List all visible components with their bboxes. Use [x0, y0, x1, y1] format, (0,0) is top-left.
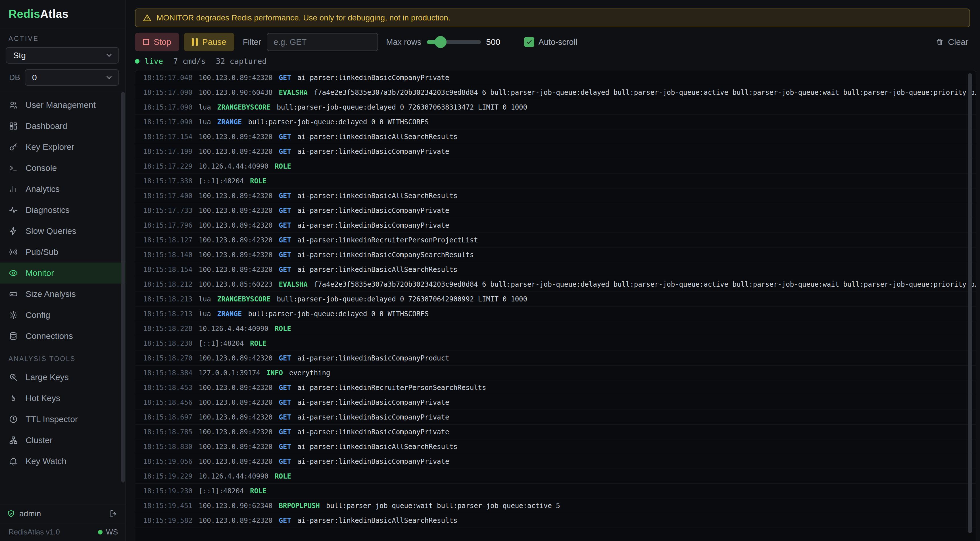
- live-dot: [135, 59, 140, 63]
- log-row[interactable]: 18:15:18.384 127.0.0.1:39174 INFO everyt…: [135, 366, 976, 380]
- log-row[interactable]: 18:15:17.154 100.123.0.89:42320 GET ai-p…: [135, 129, 976, 144]
- bell-icon: [8, 457, 18, 466]
- filter-label: Filter: [243, 38, 261, 47]
- log-row[interactable]: 18:15:17.400 100.123.0.89:42320 GET ai-p…: [135, 189, 976, 203]
- sidebar-scrollbar[interactable]: [121, 92, 125, 482]
- sidebar-item-large-keys[interactable]: Large Keys: [0, 367, 125, 388]
- sidebar-item-size-analysis[interactable]: Size Analysis: [0, 284, 125, 305]
- sidebar-item-config[interactable]: Config: [0, 305, 125, 325]
- log-row[interactable]: 18:15:18.213 lua ZRANGE bull:parser-job-…: [135, 306, 976, 321]
- sidebar-item-user-management[interactable]: User Management: [0, 95, 125, 116]
- log-row[interactable]: 18:15:17.733 100.123.0.89:42320 GET ai-p…: [135, 203, 976, 218]
- sidebar-item-key-explorer[interactable]: Key Explorer: [0, 136, 125, 157]
- log-timestamp: 18:15:18.230: [143, 340, 192, 347]
- log-row[interactable]: 18:15:18.230 [::1]:48204 ROLE: [135, 336, 976, 351]
- log-command: GET: [278, 251, 291, 259]
- log-timestamp: 18:15:17.090: [143, 103, 192, 111]
- log-row[interactable]: 18:15:17.229 10.126.4.44:40990 ROLE: [135, 159, 976, 174]
- pause-button[interactable]: Pause: [184, 33, 234, 51]
- log-row[interactable]: 18:15:17.090 100.123.0.90:60438 EVALSHA …: [135, 85, 976, 100]
- broadcast-icon: [8, 247, 18, 257]
- log-row[interactable]: 18:15:18.697 100.123.0.89:42320 GET ai-p…: [135, 410, 976, 425]
- autoscroll-checkbox[interactable]: [524, 37, 534, 47]
- log-timestamp: 18:15:19.056: [143, 458, 192, 465]
- max-rows-slider[interactable]: [427, 40, 481, 44]
- log-client: 100.123.0.89:42320: [199, 133, 272, 141]
- sidebar-item-label: User Management: [25, 100, 96, 110]
- log-row[interactable]: 18:15:17.090 lua ZRANGEBYSCORE bull:pars…: [135, 100, 976, 115]
- log-row[interactable]: 18:15:17.199 100.123.0.89:42320 GET ai-p…: [135, 144, 976, 159]
- clear-button[interactable]: Clear: [935, 37, 968, 47]
- sidebar-nav: User Management Dashboard Key Explorer: [0, 95, 125, 347]
- log-command: GET: [278, 236, 291, 244]
- log-row[interactable]: 18:15:17.048 100.123.0.89:42320 GET ai-p…: [135, 70, 976, 85]
- db-row: DB 0: [6, 69, 119, 86]
- sidebar-item-diagnostics[interactable]: Diagnostics: [0, 200, 125, 221]
- sidebar-item-analytics[interactable]: Analytics: [0, 179, 125, 200]
- log-row[interactable]: 18:15:18.140 100.123.0.89:42320 GET ai-p…: [135, 247, 976, 262]
- log-row[interactable]: 18:15:18.453 100.123.0.89:42320 GET ai-p…: [135, 380, 976, 395]
- sidebar-item-hot-keys[interactable]: Hot Keys: [0, 388, 125, 409]
- sidebar-item-cluster[interactable]: Cluster: [0, 430, 125, 451]
- log-row[interactable]: 18:15:18.785 100.123.0.89:42320 GET ai-p…: [135, 425, 976, 439]
- autoscroll-label: Auto-scroll: [538, 38, 577, 47]
- flame-icon: [8, 393, 18, 403]
- stop-button[interactable]: Stop: [135, 33, 179, 51]
- log-args: ai-parser:linkedinBasicCompanyProduct: [298, 354, 449, 362]
- log-row[interactable]: 18:15:18.456 100.123.0.89:42320 GET ai-p…: [135, 395, 976, 410]
- sidebar-item-monitor[interactable]: Monitor: [0, 263, 125, 284]
- log-row[interactable]: 18:15:18.270 100.123.0.89:42320 GET ai-p…: [135, 351, 976, 366]
- log-row[interactable]: 18:15:18.228 10.126.4.44:40990 ROLE: [135, 321, 976, 336]
- log-row[interactable]: 18:15:18.212 100.123.0.85:60223 EVALSHA …: [135, 277, 976, 292]
- log-client: 100.123.0.89:42320: [199, 458, 272, 465]
- sidebar-item-key-watch[interactable]: Key Watch: [0, 451, 125, 472]
- sidebar-item-label: Large Keys: [25, 373, 69, 382]
- log-row[interactable]: 18:15:17.338 [::1]:48204 ROLE: [135, 174, 976, 189]
- log-row[interactable]: 18:15:17.090 lua ZRANGE bull:parser-job-…: [135, 115, 976, 129]
- log-command: ZRANGE: [217, 310, 242, 318]
- log-scrollbar[interactable]: [968, 73, 972, 533]
- log-row[interactable]: 18:15:19.451 100.123.0.90:62340 BRPOPLPU…: [135, 498, 976, 513]
- log-command: GET: [278, 133, 291, 141]
- log-client: 100.123.0.89:42320: [199, 192, 272, 200]
- log-timestamp: 18:15:18.213: [143, 310, 192, 318]
- key-icon: [8, 142, 18, 152]
- log-args: bull:parser-job-queue:wait bull:parser-j…: [326, 502, 560, 510]
- log-row[interactable]: 18:15:17.796 100.123.0.89:42320 GET ai-p…: [135, 218, 976, 233]
- sidebar-item-console[interactable]: Console: [0, 157, 125, 179]
- sidebar-item-pubsub[interactable]: Pub/Sub: [0, 241, 125, 263]
- log-client: 100.123.0.85:60223: [199, 281, 272, 289]
- environment-select[interactable]: Stg: [6, 47, 119, 63]
- log-row[interactable]: 18:15:19.230 [::1]:48204 ROLE: [135, 484, 976, 498]
- log-client: 100.123.0.89:42320: [199, 413, 272, 421]
- log-args: bull:parser-job-queue:delayed 0 72638706…: [277, 103, 527, 111]
- log-args: ai-parser:linkedinBasicCompanyPrivate: [298, 221, 449, 229]
- filter-input[interactable]: [267, 33, 378, 51]
- log-row[interactable]: 18:15:19.582 100.123.0.89:42320 GET ai-p…: [135, 513, 976, 528]
- log-row[interactable]: 18:15:18.154 100.123.0.89:42320 GET ai-p…: [135, 262, 976, 277]
- db-select[interactable]: 0: [25, 69, 119, 86]
- log-timestamp: 18:15:17.338: [143, 177, 192, 185]
- log-row[interactable]: 18:15:18.213 lua ZRANGEBYSCORE bull:pars…: [135, 292, 976, 306]
- log-row[interactable]: 18:15:19.229 10.126.4.44:40990 ROLE: [135, 469, 976, 484]
- log-args: everything: [289, 369, 330, 377]
- max-rows-slider-thumb[interactable]: [434, 36, 447, 48]
- log-row[interactable]: 18:15:18.830 100.123.0.89:42320 GET ai-p…: [135, 439, 976, 454]
- log-client: 100.123.0.89:42320: [199, 266, 272, 274]
- pause-button-label: Pause: [202, 37, 226, 47]
- max-rows-value: 500: [486, 37, 500, 47]
- sidebar-item-dashboard[interactable]: Dashboard: [0, 116, 125, 136]
- logout-icon[interactable]: [109, 509, 118, 518]
- log-command: GET: [278, 428, 291, 436]
- log-row[interactable]: 18:15:19.056 100.123.0.89:42320 GET ai-p…: [135, 454, 976, 469]
- log-command: ROLE: [275, 162, 291, 170]
- log-timestamp: 18:15:19.230: [143, 487, 192, 495]
- sidebar-item-label: Hot Keys: [25, 393, 60, 403]
- log-timestamp: 18:15:17.090: [143, 118, 192, 126]
- sidebar-item-connections[interactable]: Connections: [0, 325, 125, 347]
- sidebar-item-slow-queries[interactable]: Slow Queries: [0, 221, 125, 241]
- sidebar-item-ttl-inspector[interactable]: TTL Inspector: [0, 409, 125, 430]
- log-client: [::1]:48204: [199, 340, 244, 347]
- log-row[interactable]: 18:15:18.127 100.123.0.89:42320 GET ai-p…: [135, 233, 976, 247]
- log-client: 10.126.4.44:40990: [199, 472, 269, 480]
